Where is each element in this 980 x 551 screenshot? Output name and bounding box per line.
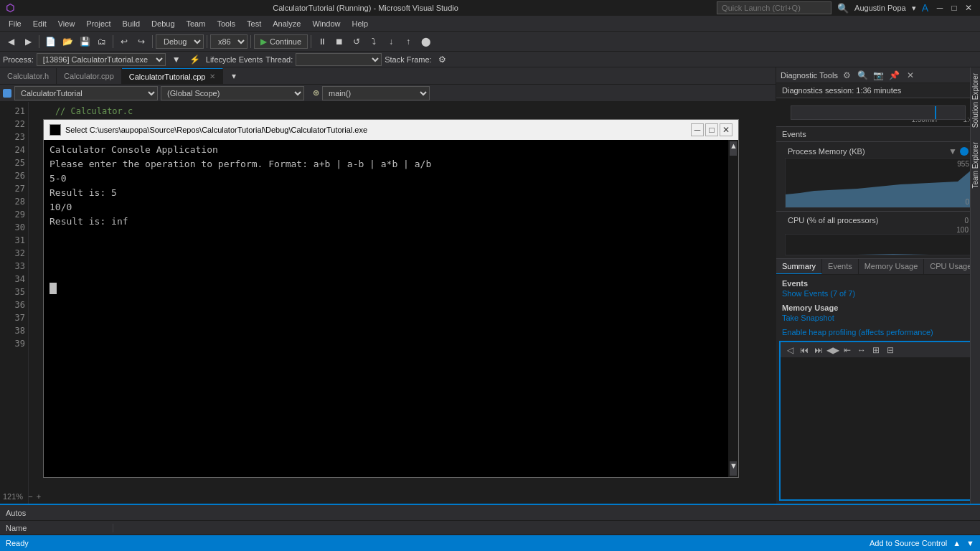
inner-btn-6[interactable]: ↔ <box>855 344 868 357</box>
menu-file[interactable]: File <box>3 18 27 29</box>
filter-icon[interactable]: ▼ <box>948 146 957 156</box>
user-dropdown-icon[interactable]: ▾ <box>912 4 916 13</box>
menu-help[interactable]: Help <box>347 18 374 29</box>
diag-pin-btn[interactable]: 📌 <box>888 69 901 82</box>
status-arrow-up[interactable]: ▲ <box>953 539 961 547</box>
diag-settings-btn[interactable]: ⚙ <box>841 69 854 82</box>
console-content[interactable]: Calculator Console Application Please en… <box>44 140 728 477</box>
thread-dropdown[interactable] <box>296 53 382 66</box>
event-btn[interactable]: ⚡ <box>187 52 203 67</box>
sep6 <box>311 35 311 48</box>
status-arrow-down[interactable]: ▼ <box>966 539 974 547</box>
console-title-text: Select C:\users\aupopa\Source\Repos\Calc… <box>65 126 687 134</box>
diag-tab-summary[interactable]: Summary <box>776 259 822 274</box>
cpu-label: CPU (% of all processors) <box>788 216 879 225</box>
open-btn[interactable]: 📂 <box>60 34 75 50</box>
menu-window[interactable]: Window <box>306 18 346 29</box>
zoom-level: 121% <box>3 492 23 501</box>
filter-btn[interactable]: ▼ <box>169 52 184 67</box>
inner-btn-1[interactable]: ◁ <box>783 344 796 357</box>
timeline-track[interactable] <box>791 105 966 120</box>
inner-btn-8[interactable]: ⊟ <box>884 344 897 357</box>
tab-calculatortutorial-cpp[interactable]: CalculatorTutorial.cpp ✕ <box>122 68 224 84</box>
save-all-btn[interactable]: 🗂 <box>94 34 110 50</box>
step-over-btn[interactable]: ⤵ <box>366 34 382 50</box>
diag-tab-memory-usage[interactable]: Memory Usage <box>859 259 925 274</box>
console-scrollbar[interactable]: ▲ ▼ <box>728 140 738 477</box>
console-close-btn[interactable]: ✕ <box>720 123 732 136</box>
memory-toggle[interactable] <box>960 147 969 156</box>
take-snapshot-btn[interactable]: Take Snapshot <box>782 312 974 324</box>
sep5 <box>250 35 251 48</box>
inner-btn-7[interactable]: ⊞ <box>870 344 882 357</box>
scroll-track[interactable] <box>728 157 738 460</box>
restart-btn[interactable]: ↺ <box>349 34 364 50</box>
diag-timeline: 1:30min 1:40 ▲ <box>776 98 980 127</box>
console-minimize-btn[interactable]: ─ <box>691 123 704 136</box>
menu-analyze[interactable]: Analyze <box>267 18 306 29</box>
tab-calculator-cpp[interactable]: Calculator.cpp <box>57 68 122 84</box>
menu-view[interactable]: View <box>52 18 81 29</box>
menu-tools[interactable]: Tools <box>211 18 241 29</box>
memory-header: Process Memory (KB) ▼ <box>782 145 974 158</box>
process-dropdown[interactable]: [13896] CalculatorTutorial.exe <box>37 53 166 66</box>
step-in-btn[interactable]: ↓ <box>383 34 399 50</box>
add-to-source-control[interactable]: Add to Source Control <box>870 539 947 547</box>
platform-dropdown[interactable]: x86 <box>210 34 248 49</box>
stop-btn[interactable]: ⏹ <box>331 34 347 50</box>
console-maximize-btn[interactable]: □ <box>705 123 718 136</box>
team-explorer-label[interactable]: Team Explorer <box>971 142 979 188</box>
minimize-button[interactable]: ─ <box>934 2 946 14</box>
debug-mode-dropdown[interactable]: Debug <box>156 34 204 49</box>
menu-team[interactable]: Team <box>181 18 212 29</box>
inner-btn-5[interactable]: ⇤ <box>841 344 854 357</box>
diag-search-btn[interactable]: 🔍 <box>857 69 870 82</box>
diag-tab-events[interactable]: Events <box>822 259 859 274</box>
scope-dropdown[interactable]: (Global Scope) <box>161 86 304 100</box>
continue-button[interactable]: ▶ Continue <box>254 34 308 49</box>
maximize-button[interactable]: □ <box>948 2 960 14</box>
pause-btn[interactable]: ⏸ <box>314 34 330 50</box>
app-title: CalculatorTutorial (Running) - Microsoft… <box>20 4 711 12</box>
inner-btn-3[interactable]: ⏭ <box>812 344 825 357</box>
zoom-plus-btn[interactable]: + <box>37 492 41 501</box>
scroll-down-btn[interactable]: ▼ <box>730 461 737 476</box>
tab-dropdown-btn[interactable]: ▾ <box>226 68 242 84</box>
menu-build[interactable]: Build <box>117 18 146 29</box>
solution-explorer-label[interactable]: Solution Explorer <box>971 73 979 128</box>
stack-settings-btn[interactable]: ⚙ <box>435 52 451 67</box>
close-button[interactable]: ✕ <box>963 2 974 14</box>
tab-close-icon[interactable]: ✕ <box>209 72 215 80</box>
diag-cpu-section: CPU (% of all processors) 0 100 <box>776 212 980 259</box>
forward-btn[interactable]: ▶ <box>20 34 36 50</box>
zoom-minus-btn[interactable]: − <box>28 492 32 501</box>
editor-area: 21 22 23 24 25 26 27 28 29 30 31 32 33 3… <box>0 102 776 504</box>
heap-profiling-link[interactable]: Enable heap profiling (affects performan… <box>776 326 980 338</box>
save-btn[interactable]: 💾 <box>77 34 93 50</box>
undo-btn[interactable]: ↩ <box>116 34 132 50</box>
diag-close-btn[interactable]: ✕ <box>904 69 917 82</box>
tab-calculator-h[interactable]: Calculator.h <box>0 68 57 84</box>
menu-debug[interactable]: Debug <box>146 18 180 29</box>
diag-camera-btn[interactable]: 📷 <box>872 69 885 82</box>
quick-launch-input[interactable] <box>717 1 831 14</box>
show-events-link[interactable]: Show Events (7 of 7) <box>782 289 974 298</box>
inner-btn-4[interactable]: ◀▶ <box>826 344 839 357</box>
step-out-btn[interactable]: ↑ <box>400 34 416 50</box>
stack-frame-label: Stack Frame: <box>385 55 431 64</box>
member-dropdown[interactable]: main() <box>322 86 430 100</box>
menu-edit[interactable]: Edit <box>27 18 52 29</box>
new-btn[interactable]: 📄 <box>42 34 58 50</box>
console-app-icon <box>50 124 61 136</box>
inner-btn-2[interactable]: ⏮ <box>798 344 811 357</box>
menu-project[interactable]: Project <box>80 18 116 29</box>
nav-bar: CalculatorTutorial (Global Scope) ⊕ main… <box>0 85 776 102</box>
menu-test[interactable]: Test <box>241 18 267 29</box>
project-dropdown[interactable]: CalculatorTutorial <box>14 86 158 100</box>
search-icon[interactable]: 🔍 <box>837 3 849 14</box>
back-btn[interactable]: ◀ <box>3 34 19 50</box>
breakpoints-btn[interactable]: ⬤ <box>418 34 433 50</box>
console-line-5: 5-0 <box>50 171 722 186</box>
redo-btn[interactable]: ↪ <box>133 34 149 50</box>
scroll-up-btn[interactable]: ▲ <box>730 141 737 156</box>
